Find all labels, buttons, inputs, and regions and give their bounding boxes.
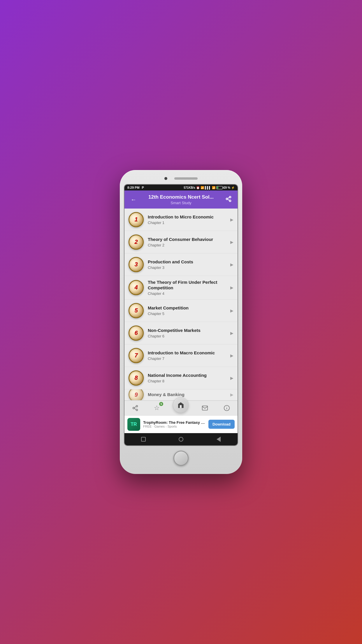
ad-icon: TR bbox=[127, 418, 140, 431]
favorites-badge: 5 bbox=[159, 402, 163, 406]
chapter-text-3: Production and Costs Chapter 3 bbox=[148, 259, 228, 270]
info-icon bbox=[224, 405, 230, 411]
chapter-subtitle-7: Chapter 7 bbox=[148, 356, 228, 361]
chapter-title-9: Money & Banking bbox=[148, 392, 228, 398]
bottom-navigation: ☆ 5 bbox=[124, 400, 238, 415]
ad-download-button[interactable]: Download bbox=[208, 420, 235, 429]
chapter-arrow-5: ▶ bbox=[230, 308, 233, 313]
app-subtitle: Smart Study bbox=[138, 201, 224, 205]
chapter-badge-9: 9 bbox=[129, 389, 144, 400]
svg-line-4 bbox=[228, 197, 229, 198]
chapter-text-6: Non-Competitive Markets Chapter 6 bbox=[148, 328, 228, 338]
ad-icon-text: TR bbox=[131, 422, 137, 427]
message-icon bbox=[202, 405, 208, 411]
chapter-text-1: Introduction to Micro Economic Chapter 1 bbox=[148, 214, 228, 225]
home-nav-item[interactable] bbox=[173, 397, 189, 413]
chapter-badge-2: 2 bbox=[129, 235, 144, 250]
wifi-icon: 📶 bbox=[201, 186, 204, 189]
chapter-subtitle-6: Chapter 6 bbox=[148, 334, 228, 338]
chapter-title-3: Production and Costs bbox=[148, 259, 228, 265]
home-circle-icon bbox=[179, 437, 183, 442]
recents-icon bbox=[141, 437, 146, 442]
app-title: 12th Economics Ncert Sol... bbox=[138, 194, 224, 200]
status-right: 571KB/s ⏰ 📶 ▌▌▌ 📶 29 % ⚡ bbox=[184, 186, 235, 189]
chapter-title-4: The Theory of Firm Under Perfect Competi… bbox=[148, 279, 228, 291]
chapter-title-2: Theory of Consumer Behaviour bbox=[148, 237, 228, 242]
message-nav-item[interactable] bbox=[199, 404, 210, 412]
chapter-text-5: Market Competition Chapter 5 bbox=[148, 305, 228, 316]
svg-line-9 bbox=[134, 407, 136, 408]
svg-line-3 bbox=[228, 199, 229, 200]
chapter-number-8: 8 bbox=[134, 374, 138, 381]
chapter-badge-3: 3 bbox=[129, 257, 144, 272]
phone-frame: 8:29 PM P 571KB/s ⏰ 📶 ▌▌▌ 📶 29 % ⚡ ← 12 bbox=[120, 170, 242, 474]
chapter-badge-6: 6 bbox=[129, 326, 144, 341]
chapter-arrow-2: ▶ bbox=[230, 240, 233, 244]
chapter-arrow-9: ▶ bbox=[230, 392, 233, 397]
front-camera bbox=[164, 177, 167, 180]
chapter-text-4: The Theory of Firm Under Perfect Competi… bbox=[148, 279, 228, 296]
chapter-item-7[interactable]: 7 Introduction to Macro Economic Chapter… bbox=[124, 344, 238, 367]
chapter-title-7: Introduction to Macro Economic bbox=[148, 350, 228, 356]
android-home-button[interactable] bbox=[178, 436, 184, 442]
physical-home-button[interactable] bbox=[173, 451, 189, 466]
chapter-subtitle-3: Chapter 3 bbox=[148, 265, 228, 270]
phone-screen: 8:29 PM P 571KB/s ⏰ 📶 ▌▌▌ 📶 29 % ⚡ ← 12 bbox=[124, 184, 238, 446]
chapter-item-1[interactable]: 1 Introduction to Micro Economic Chapter… bbox=[124, 209, 238, 231]
chapter-badge-7: 7 bbox=[129, 348, 144, 363]
chapter-subtitle-8: Chapter 8 bbox=[148, 379, 228, 383]
header-title-block: 12th Economics Ncert Sol... Smart Study bbox=[138, 194, 224, 205]
svg-line-8 bbox=[134, 408, 136, 410]
alarm-icon: ⏰ bbox=[196, 186, 200, 189]
chapter-number-2: 2 bbox=[134, 239, 138, 245]
battery-fill bbox=[217, 187, 218, 189]
signal-icon: ▌▌▌ bbox=[205, 186, 211, 189]
chapter-text-7: Introduction to Macro Economic Chapter 7 bbox=[148, 350, 228, 361]
chapter-number-1: 1 bbox=[134, 216, 138, 223]
chapter-item-8[interactable]: 8 National Income Accounting Chapter 8 ▶ bbox=[124, 367, 238, 389]
chapter-item-3[interactable]: 3 Production and Costs Chapter 3 ▶ bbox=[124, 253, 238, 276]
chapter-arrow-8: ▶ bbox=[230, 376, 233, 380]
share-nav-icon bbox=[132, 405, 138, 411]
app-header: ← 12th Economics Ncert Sol... Smart Stud… bbox=[124, 190, 238, 208]
chapter-title-5: Market Competition bbox=[148, 305, 228, 311]
share-nav-item[interactable] bbox=[130, 404, 141, 412]
chapter-item-6[interactable]: 6 Non-Competitive Markets Chapter 6 ▶ bbox=[124, 322, 238, 344]
chapter-number-9: 9 bbox=[134, 391, 138, 398]
chapter-subtitle-1: Chapter 1 bbox=[148, 220, 228, 225]
chapter-arrow-7: ▶ bbox=[230, 353, 233, 358]
speaker bbox=[174, 177, 198, 180]
phone-top bbox=[124, 176, 238, 181]
chapter-item-4[interactable]: 4 The Theory of Firm Under Perfect Compe… bbox=[124, 276, 238, 300]
chapter-arrow-6: ▶ bbox=[230, 331, 233, 335]
ad-banner: TR TrophyRoom: The Free Fantasy Socce...… bbox=[124, 415, 238, 433]
favorites-nav-item[interactable]: ☆ 5 bbox=[152, 403, 162, 413]
chapter-arrow-1: ▶ bbox=[230, 217, 233, 222]
chapter-subtitle-2: Chapter 2 bbox=[148, 243, 228, 247]
back-button[interactable]: ← bbox=[129, 196, 138, 203]
chapter-text-2: Theory of Consumer Behaviour Chapter 2 bbox=[148, 237, 228, 247]
chapter-title-8: National Income Accounting bbox=[148, 372, 228, 378]
chapter-title-6: Non-Competitive Markets bbox=[148, 328, 228, 333]
battery-icon bbox=[216, 186, 223, 189]
chapter-item-5[interactable]: 5 Market Competition Chapter 5 ▶ bbox=[124, 300, 238, 322]
chapter-subtitle-5: Chapter 5 bbox=[148, 312, 228, 316]
status-carrier: P bbox=[142, 186, 144, 189]
android-back-button[interactable] bbox=[215, 436, 222, 442]
chapter-list: 1 Introduction to Micro Economic Chapter… bbox=[124, 209, 238, 400]
chapter-number-4: 4 bbox=[134, 284, 138, 291]
chapter-badge-8: 8 bbox=[129, 370, 144, 386]
chapter-item-2[interactable]: 2 Theory of Consumer Behaviour Chapter 2… bbox=[124, 231, 238, 253]
home-icon bbox=[177, 401, 184, 409]
share-button[interactable] bbox=[224, 196, 233, 204]
ad-subtitle: FREE · Games - Sports bbox=[143, 425, 205, 428]
android-bar bbox=[124, 433, 238, 445]
chapter-badge-1: 1 bbox=[129, 212, 144, 227]
favorites-star-icon: ☆ bbox=[154, 404, 160, 412]
info-nav-item[interactable] bbox=[221, 404, 232, 412]
chapter-badge-5: 5 bbox=[129, 303, 144, 318]
chapter-title-1: Introduction to Micro Economic bbox=[148, 214, 228, 220]
chapter-number-5: 5 bbox=[134, 307, 138, 314]
android-recents-button[interactable] bbox=[140, 436, 147, 442]
status-left: 8:29 PM P bbox=[127, 186, 144, 189]
